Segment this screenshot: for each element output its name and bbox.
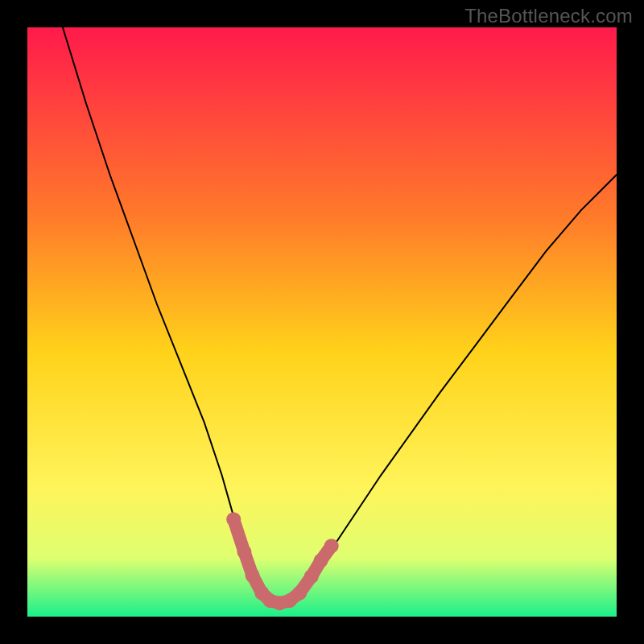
watermark-text: TheBottleneck.com: [464, 5, 633, 27]
highlight-dot: [292, 586, 307, 601]
highlight-dot: [324, 539, 339, 553]
highlight-dot: [237, 545, 251, 559]
highlight-dot: [226, 512, 241, 526]
plot-svg: [27, 27, 617, 617]
plot-area: [27, 27, 617, 617]
chart-frame: TheBottleneck.com: [0, 0, 644, 644]
gradient-background: [27, 27, 617, 617]
highlight-dot: [314, 554, 328, 568]
highlight-dot: [304, 569, 319, 584]
highlight-dot: [246, 568, 260, 583]
